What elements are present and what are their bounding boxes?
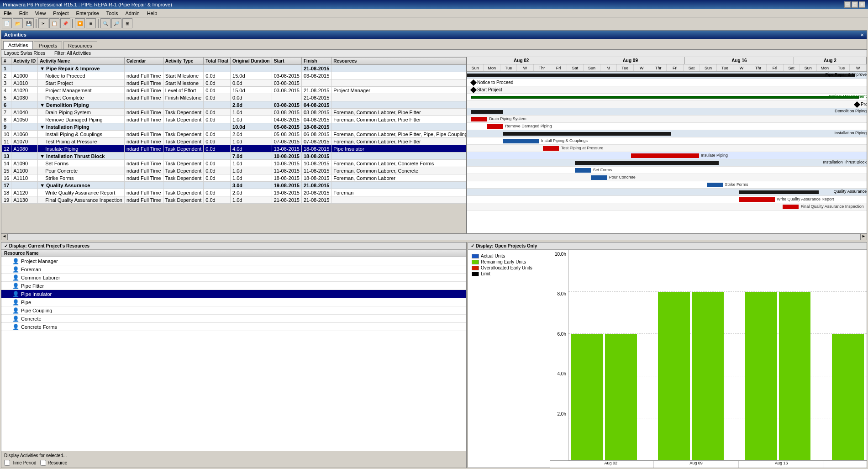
minimize-button[interactable]: ─ [844, 1, 851, 8]
table-row[interactable]: 11 A1070 Test Piping at Pressure ndard F… [2, 138, 468, 145]
resource-icon: 👤 [12, 266, 19, 273]
table-row[interactable]: 3 A1010 Start Project ndard Full Time St… [2, 79, 468, 87]
gantt-header: Aug 02 Aug 09 Aug 16 Aug 2 Sun Mon Tue W… [467, 57, 867, 72]
cell-od: 15.0d [231, 87, 272, 94]
cell-num: 5 [2, 94, 11, 101]
cell-calendar: ndard Full Time [124, 167, 163, 174]
resource-item[interactable]: 👤 Common Laborer [1, 274, 466, 282]
gantt-scroll-right[interactable]: ► [860, 234, 867, 240]
cell-tf [204, 153, 231, 160]
resource-checkbox[interactable] [40, 460, 46, 466]
toolbar-cut[interactable]: ✂ [38, 18, 48, 28]
table-row[interactable]: 8 A1050 Remove Damaged Piping ndard Full… [2, 116, 468, 123]
table-row[interactable]: 15 A1100 Pour Concrete ndard Full Time T… [2, 167, 468, 174]
toolbar-filter[interactable]: 🔽 [75, 18, 85, 28]
resource-icon: 👤 [12, 307, 19, 314]
tab-projects[interactable]: Projects [34, 42, 62, 49]
cell-od: 0.0d [231, 94, 272, 101]
col-activity-name: Activity Name [38, 58, 125, 65]
menu-view[interactable]: View [33, 11, 48, 16]
menu-enterprise[interactable]: Enterprise [74, 11, 101, 16]
cell-resources [331, 153, 467, 160]
table-row[interactable]: 7 A1040 Drain Piping System ndard Full T… [2, 109, 468, 116]
table-row[interactable]: 6 ▼ Demolition Piping 2.0d 03-08-2015 04… [2, 101, 468, 109]
gantt-container[interactable]: Aug 02 Aug 09 Aug 16 Aug 2 Sun Mon Tue W… [467, 57, 867, 233]
table-row[interactable]: 12 A1080 Insulate Piping ndard Full Time… [2, 145, 468, 153]
time-period-checkbox-label[interactable]: Time Period [4, 460, 37, 466]
time-period-checkbox[interactable] [4, 460, 10, 466]
toolbar-open[interactable]: 📂 [13, 18, 23, 28]
menu-project[interactable]: Project [51, 11, 70, 16]
cell-calendar [124, 65, 163, 72]
cell-calendar: ndard Full Time [124, 189, 163, 196]
menu-file[interactable]: File [2, 11, 14, 16]
gantt-bar-label: Insulate Piping [701, 153, 728, 158]
toolbar-save[interactable]: 💾 [24, 18, 34, 28]
gantt-scroll-track[interactable] [8, 234, 860, 240]
cell-finish: 21-08-2015 [302, 182, 331, 189]
gantt-day-sun2: Sun [584, 64, 600, 71]
cell-num: 1 [2, 65, 11, 72]
resource-item[interactable]: 👤 Concrete [1, 315, 466, 323]
close-button[interactable]: ✕ [859, 1, 865, 8]
resource-checkbox-label[interactable]: Resource [40, 460, 68, 466]
table-row[interactable]: 9 ▼ Installation Piping 10.0d 05-08-2015… [2, 123, 468, 131]
window-title: Primavera P6 Professional R15.1 : PIPE R… [3, 2, 172, 7]
resource-item[interactable]: 👤 Project Manager [1, 257, 466, 265]
cell-start: 10-08-2015 [272, 160, 301, 167]
cell-tf: 0.0d [204, 145, 231, 153]
table-row[interactable]: 19 A1130 Final Quality Assurance Inspect… [2, 196, 468, 204]
cell-start: 07-08-2015 [272, 138, 301, 145]
cell-start: 10-08-2015 [272, 153, 301, 160]
toolbar-new[interactable]: 📄 [2, 18, 12, 28]
toolbar-zoom-out[interactable]: 🔎 [111, 18, 121, 28]
resource-item[interactable]: 👤 Pipe Fitter [1, 282, 466, 290]
tab-resources[interactable]: Resources [63, 42, 97, 49]
gantt-scroll-bar[interactable]: ◄ ► [1, 233, 867, 240]
cell-finish: 20-08-2015 [302, 189, 331, 196]
cell-name: Test Piping at Pressure [38, 138, 125, 145]
gantt-scroll-left[interactable]: ◄ [1, 234, 8, 240]
table-row[interactable]: 1 ▼ Pipe Repair & Improve 21-08-2015 [2, 65, 468, 72]
gantt-bar-label: Quality Assurance [833, 189, 867, 194]
activities-panel-title: Activities [4, 32, 26, 37]
legend-overalloc-color [472, 266, 479, 270]
cell-id: A1000 [11, 72, 38, 79]
menu-admin[interactable]: Admin [123, 11, 141, 16]
cell-type: Start Milestone [163, 79, 204, 87]
toolbar-copy[interactable]: 📋 [49, 18, 59, 28]
gantt-row: Project Complete [467, 101, 867, 108]
resource-item[interactable]: 👤 Pipe Coupling [1, 306, 466, 315]
chart-x-month-1: Aug 02 [568, 461, 654, 468]
table-row[interactable]: 2 A1000 Notice to Proceed ndard Full Tim… [2, 72, 468, 79]
toolbar-group[interactable]: ≡ [86, 18, 96, 28]
table-row[interactable]: 16 A1110 Strike Forms ndard Full Time Ta… [2, 174, 468, 182]
activities-table-container[interactable]: # Activity ID Activity Name Calendar Act… [1, 57, 467, 233]
toolbar-fit[interactable]: ⊞ [122, 18, 132, 28]
toolbar-paste[interactable]: 📌 [60, 18, 70, 28]
gantt-milestone [854, 101, 860, 108]
resource-item[interactable]: 👤 Pipe Insulator [1, 290, 466, 298]
activities-panel-close[interactable]: ✕ [860, 32, 864, 37]
resource-item[interactable]: 👤 Concrete Forms [1, 323, 466, 331]
resource-item[interactable]: 👤 Foreman [1, 265, 466, 274]
table-row[interactable]: 13 ▼ Installation Thrust Block 7.0d 10-0… [2, 153, 468, 160]
cell-name: Insulate Piping [38, 145, 125, 153]
table-row[interactable]: 14 A1090 Set Forms ndard Full Time Task … [2, 160, 468, 167]
table-row[interactable]: 18 A1120 Write Quality Assurance Report … [2, 189, 468, 196]
menu-help[interactable]: Help [145, 11, 159, 16]
toolbar-zoom-in[interactable]: 🔍 [100, 18, 110, 28]
resource-item[interactable]: 👤 Pipe [1, 298, 466, 306]
cell-tf [204, 65, 231, 72]
tab-activities[interactable]: Activities [3, 41, 33, 49]
table-row[interactable]: 10 A1060 Install Piping & Couplings ndar… [2, 131, 468, 138]
menu-tools[interactable]: Tools [105, 11, 120, 16]
maximize-button[interactable]: □ [852, 1, 858, 8]
table-row[interactable]: 4 A1020 Project Management ndard Full Ti… [2, 87, 468, 94]
cell-id: A1100 [11, 167, 38, 174]
menu-edit[interactable]: Edit [17, 11, 30, 16]
resource-panel: ✓ Display: Current Project's Resources R… [1, 242, 467, 468]
table-row[interactable]: 17 ▼ Quality Assurance 3.0d 19-08-2015 2… [2, 182, 468, 189]
table-row[interactable]: 5 A1030 Project Complete ndard Full Time… [2, 94, 468, 101]
gantt-day-w3: W [733, 64, 750, 71]
